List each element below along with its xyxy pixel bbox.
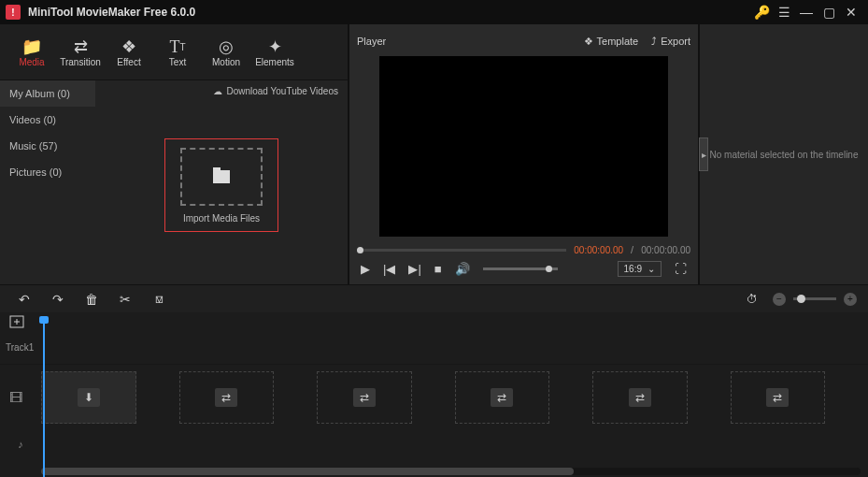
clip-slot[interactable]: ⇄ <box>179 371 275 424</box>
download-youtube-link[interactable]: ☁ Download YouTube Videos <box>213 86 338 96</box>
redo-button[interactable]: ↷ <box>45 289 71 310</box>
sidebar-item-myalbum[interactable]: My Album (0) <box>0 80 95 107</box>
volume-icon[interactable]: 🔊 <box>455 262 470 276</box>
timeline: Track1 🎞 ⬇ ⇄ ⇄ ⇄ ⇄ ⇄ ♪ <box>0 312 868 477</box>
export-label: Export <box>661 36 690 47</box>
speed-icon[interactable]: ⏱ <box>739 289 765 310</box>
audio-track-icon: ♪ <box>0 439 41 450</box>
import-media-button[interactable]: Import Media Files <box>164 138 278 232</box>
tab-label: Motion <box>202 57 250 67</box>
time-current: 00:00:00.00 <box>574 245 623 255</box>
stop-button[interactable]: ■ <box>434 262 442 276</box>
collapse-handle[interactable]: ▸ <box>699 137 708 171</box>
tab-label: Transition <box>56 57 105 67</box>
license-key-icon[interactable]: 🔑 <box>750 3 773 22</box>
audio-track[interactable]: ♪ <box>0 430 868 458</box>
swap-icon: ⇄ <box>629 388 651 407</box>
minimize-button[interactable]: — <box>795 3 818 22</box>
close-button[interactable]: ✕ <box>840 3 862 22</box>
time-total: 00:00:00.00 <box>641 245 690 255</box>
zoom-slider[interactable] <box>793 297 836 300</box>
add-track-icon[interactable] <box>9 315 28 328</box>
tab-label: Effect <box>105 57 153 67</box>
tab-elements[interactable]: ✦ Elements <box>250 36 299 67</box>
properties-pane: ▸ No material selected on the timeline <box>700 24 868 284</box>
player-controls: ▶ |◀ ▶| ■ 🔊 16:9 ⌄ ⛶ <box>357 259 690 279</box>
playhead[interactable] <box>43 316 45 477</box>
clip-slot[interactable]: ⇄ <box>317 371 412 424</box>
template-label: Template <box>597 36 639 47</box>
timeline-ruler[interactable] <box>0 312 868 331</box>
crop-button[interactable]: ⟏ <box>146 289 172 310</box>
swap-icon: ⇄ <box>766 388 789 407</box>
clip-slot[interactable]: ⬇ <box>41 371 136 424</box>
video-track[interactable]: 🎞 ⬇ ⇄ ⇄ ⇄ ⇄ ⇄ <box>0 365 868 430</box>
export-button[interactable]: ⤴ Export <box>651 36 690 47</box>
tab-motion[interactable]: ◎ Motion <box>202 36 250 67</box>
library-sidebar: My Album (0) Videos (0) Music (57) Pictu… <box>0 80 95 284</box>
clip-slot[interactable]: ⇄ <box>731 371 826 424</box>
progress-bar[interactable] <box>357 249 566 252</box>
template-icon: ❖ <box>584 36 593 48</box>
timeline-toolbar: ↶ ↷ 🗑 ✂ ⟏ ⏱ − + <box>0 284 868 312</box>
maximize-button[interactable]: ▢ <box>818 3 840 22</box>
clip-slot[interactable]: ⇄ <box>592 371 688 424</box>
app-title: MiniTool MovieMaker Free 6.0.0 <box>28 6 750 19</box>
export-icon: ⤴ <box>651 36 657 47</box>
time-separator: / <box>631 244 633 255</box>
zoom-control: − + <box>773 293 857 306</box>
download-label: Download YouTube Videos <box>226 86 338 96</box>
next-frame-button[interactable]: ▶| <box>408 262 420 276</box>
library-body: My Album (0) Videos (0) Music (57) Pictu… <box>0 80 348 284</box>
tab-effect[interactable]: ❖ Effect <box>105 36 153 67</box>
template-button[interactable]: ❖ Template <box>584 36 639 48</box>
tab-transition[interactable]: ⇄ Transition <box>56 36 105 67</box>
titlebar: ! MiniTool MovieMaker Free 6.0.0 🔑 ☰ — ▢… <box>0 0 868 24</box>
chevron-down-icon: ⌄ <box>647 264 655 274</box>
zoom-out-button[interactable]: − <box>773 293 786 306</box>
import-dropzone <box>180 148 263 206</box>
progress-bar-row: 00:00:00.00 / 00:00:00.00 <box>357 244 690 255</box>
hamburger-menu-icon[interactable]: ☰ <box>773 3 795 22</box>
download-clip-icon: ⬇ <box>78 388 100 407</box>
player-pane: Player ❖ Template ⤴ Export 00:00:00.00 /… <box>349 24 700 284</box>
zoom-in-button[interactable]: + <box>844 293 857 306</box>
video-track-icon: 🎞 <box>9 390 22 405</box>
text-icon: TT <box>153 36 202 57</box>
transition-icon: ⇄ <box>56 36 105 57</box>
timeline-scrollbar[interactable] <box>41 468 861 475</box>
library-pane: 📁 Media ⇄ Transition ❖ Effect TT Text ◎ … <box>0 24 349 284</box>
play-button[interactable]: ▶ <box>361 262 370 276</box>
media-area: ☁ Download YouTube Videos Import Media F… <box>95 80 348 284</box>
sidebar-item-videos[interactable]: Videos (0) <box>0 107 95 133</box>
clip-slot[interactable]: ⇄ <box>455 371 550 424</box>
elements-icon: ✦ <box>250 36 299 57</box>
preview-screen[interactable] <box>379 56 668 237</box>
delete-button[interactable]: 🗑 <box>78 289 105 310</box>
properties-hint: No material selected on the timeline <box>704 150 864 160</box>
track-row-1: Track1 <box>0 331 868 365</box>
import-label: Import Media Files <box>183 213 260 224</box>
prev-frame-button[interactable]: |◀ <box>383 262 395 276</box>
tab-media[interactable]: 📁 Media <box>7 36 56 67</box>
mode-tabs: 📁 Media ⇄ Transition ❖ Effect TT Text ◎ … <box>0 24 348 80</box>
folder-icon: 📁 <box>7 36 56 57</box>
undo-button[interactable]: ↶ <box>11 289 37 310</box>
scrollbar-thumb[interactable] <box>41 468 574 475</box>
player-label: Player <box>357 36 571 47</box>
sidebar-item-music[interactable]: Music (57) <box>0 133 95 159</box>
track1-label: Track1 <box>0 342 41 353</box>
swap-icon: ⇄ <box>215 388 237 407</box>
swap-icon: ⇄ <box>491 388 513 407</box>
app-logo-icon: ! <box>6 5 21 20</box>
fullscreen-button[interactable]: ⛶ <box>675 262 687 276</box>
upper-area: 📁 Media ⇄ Transition ❖ Effect TT Text ◎ … <box>0 24 868 284</box>
player-header: Player ❖ Template ⤴ Export <box>357 30 690 52</box>
tab-text[interactable]: TT Text <box>153 36 202 67</box>
swap-icon: ⇄ <box>353 388 376 407</box>
sidebar-item-pictures[interactable]: Pictures (0) <box>0 159 95 185</box>
volume-slider[interactable] <box>483 267 558 270</box>
split-button[interactable]: ✂ <box>112 289 138 310</box>
download-icon: ☁ <box>213 86 222 96</box>
aspect-ratio-select[interactable]: 16:9 ⌄ <box>618 261 662 277</box>
